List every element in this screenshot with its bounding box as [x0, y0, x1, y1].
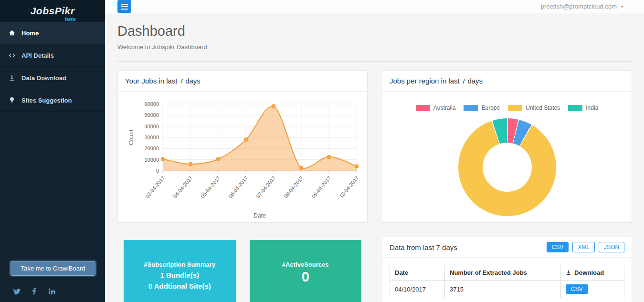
- subscription-title: #Subscription Summary: [124, 261, 236, 268]
- svg-text:0: 0: [156, 168, 159, 174]
- divider: [117, 61, 632, 62]
- legend-swatch: [508, 105, 522, 111]
- chart-legend: AustraliaEuropeUnited StatesIndia: [416, 104, 598, 111]
- svg-text:60000: 60000: [144, 101, 159, 107]
- sidebar-item-sites-suggestion[interactable]: Sites Suggestion: [0, 89, 105, 112]
- svg-text:30000: 30000: [144, 135, 159, 140]
- export-xml-button[interactable]: XML: [572, 242, 595, 252]
- row-download-button[interactable]: CSV: [566, 284, 588, 294]
- data-table-card: Data from last 7 days CSVXMLJSON DateNum…: [382, 237, 632, 302]
- brand-text: JobsPikr: [31, 5, 75, 16]
- linkedin-icon[interactable]: [48, 287, 56, 295]
- export-csv-button[interactable]: CSV: [547, 242, 569, 252]
- user-menu[interactable]: preetish@promptcloud.com: [541, 3, 624, 10]
- chevron-down-icon: [620, 6, 624, 8]
- subscription-bundles: 1 Bundle(s): [124, 271, 236, 279]
- topbar: preetish@promptcloud.com: [105, 0, 644, 13]
- social-links: [11, 287, 96, 295]
- legend-item-united-states[interactable]: United States: [508, 104, 560, 111]
- svg-text:Count: Count: [128, 129, 135, 145]
- facebook-icon[interactable]: [30, 287, 38, 295]
- summary-cards: #Subscription Summary 1 Bundle(s) 0 Addt…: [124, 240, 361, 302]
- legend-label: Europe: [481, 104, 500, 111]
- data-table: DateNumber of Extracted JobsDownload 04/…: [390, 265, 624, 298]
- svg-text:05-04-2017: 05-04-2017: [200, 175, 221, 199]
- bulb-icon: [9, 97, 17, 104]
- active-sources-card: #ActiveSources 0: [250, 240, 362, 302]
- subscription-additional-sites: 0 Addtional Site(s): [124, 282, 236, 290]
- app: JobsPikr beta HomeAPI DetailsData Downlo…: [0, 0, 644, 302]
- page-subtitle: Welcome to Jobspikr Dashboard: [117, 43, 632, 51]
- row-jobs-count: 3715: [445, 281, 561, 298]
- code-icon: [9, 52, 17, 59]
- svg-text:07-04-2017: 07-04-2017: [255, 175, 276, 199]
- svg-text:09-04-2017: 09-04-2017: [310, 175, 332, 199]
- svg-text:50000: 50000: [144, 112, 159, 118]
- sidebar-item-label: Data Download: [21, 74, 66, 82]
- legend-label: India: [586, 104, 598, 111]
- sidebar-item-label: API Details: [21, 52, 54, 59]
- svg-text:03-04-2017: 03-04-2017: [144, 175, 166, 199]
- active-sources-value: 0: [250, 269, 362, 285]
- beta-badge: beta: [65, 16, 76, 22]
- svg-text:10-04-2017: 10-04-2017: [338, 175, 359, 199]
- legend-swatch: [568, 105, 582, 111]
- svg-text:06-04-2017: 06-04-2017: [227, 175, 249, 199]
- legend-swatch: [464, 105, 478, 111]
- logo: JobsPikr beta: [0, 0, 105, 22]
- legend-swatch: [416, 105, 430, 111]
- table-row: 04/10/20173715CSV: [390, 281, 624, 298]
- column-header-number-of-extracted-jobs: Number of Extracted Jobs: [445, 265, 561, 281]
- user-email: preetish@promptcloud.com: [541, 3, 617, 10]
- twitter-icon[interactable]: [12, 287, 21, 295]
- crawlboard-button[interactable]: Take me to CrawlBoard: [11, 261, 95, 276]
- svg-text:10000: 10000: [144, 157, 159, 163]
- legend-item-europe[interactable]: Europe: [464, 104, 500, 111]
- legend-label: United States: [526, 104, 560, 111]
- export-buttons: CSVXMLJSON: [547, 242, 624, 252]
- download-icon: [9, 74, 17, 82]
- main-content: Dashboard Welcome to Jobspikr Dashboard …: [105, 13, 644, 302]
- sidebar-item-label: Home: [21, 30, 39, 37]
- page-title: Dashboard: [117, 23, 632, 39]
- active-sources-title: #ActiveSources: [250, 261, 362, 268]
- sidebar-nav: HomeAPI DetailsData DownloadSites Sugges…: [0, 22, 105, 112]
- sidebar-item-data-download[interactable]: Data Download: [0, 67, 105, 89]
- export-json-button[interactable]: JSON: [599, 242, 624, 252]
- legend-item-india[interactable]: India: [568, 104, 598, 111]
- region-donut-chart: [458, 118, 556, 216]
- row-date: 04/10/2017: [390, 281, 445, 298]
- sidebar: JobsPikr beta HomeAPI DetailsData Downlo…: [0, 0, 105, 302]
- menu-toggle-button[interactable]: [117, 0, 131, 13]
- jobs-chart-card: Your Jobs in last 7 days 010000200003000…: [117, 70, 368, 223]
- svg-text:20000: 20000: [144, 146, 159, 151]
- sidebar-item-home[interactable]: Home: [0, 22, 105, 44]
- download-icon: [566, 270, 571, 275]
- svg-text:40000: 40000: [144, 124, 159, 129]
- column-header-download: Download: [561, 265, 624, 281]
- sidebar-footer: Take me to CrawlBoard: [0, 252, 105, 302]
- home-icon: [9, 30, 17, 37]
- legend-item-australia[interactable]: Australia: [416, 104, 456, 111]
- sidebar-item-label: Sites Suggestion: [21, 97, 72, 104]
- jobs-area-chart: 010000200003000040000500006000003-04-201…: [121, 94, 363, 222]
- jobs-chart-title: Your Jobs in last 7 days: [118, 71, 367, 92]
- column-header-date: Date: [390, 265, 445, 281]
- main-area: preetish@promptcloud.com Dashboard Welco…: [105, 0, 644, 302]
- subscription-summary-card: #Subscription Summary 1 Bundle(s) 0 Addt…: [124, 240, 236, 302]
- region-chart-title: Jobs per region in last 7 days: [382, 71, 632, 92]
- table-title: Data from last 7 days: [390, 243, 457, 251]
- svg-text:Date: Date: [253, 212, 266, 219]
- sidebar-item-api-details[interactable]: API Details: [0, 44, 105, 67]
- svg-text:04-04-2017: 04-04-2017: [172, 175, 193, 199]
- svg-text:08-04-2017: 08-04-2017: [283, 175, 304, 199]
- legend-label: Australia: [433, 104, 456, 111]
- region-chart-card: Jobs per region in last 7 days Australia…: [382, 70, 632, 223]
